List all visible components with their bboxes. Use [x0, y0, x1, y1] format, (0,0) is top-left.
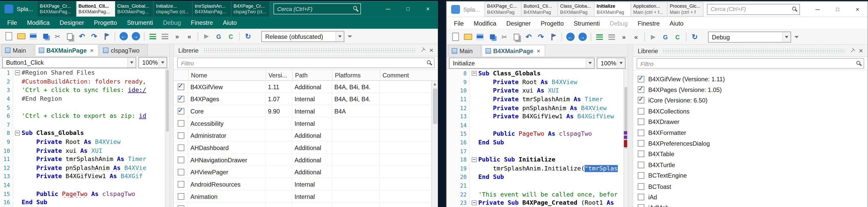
library-checkbox[interactable]	[638, 108, 644, 115]
menu-item[interactable]: Designer	[501, 17, 536, 29]
library-checkbox[interactable]	[638, 204, 644, 207]
bookmark-tab[interactable]: Class_Global... B4XMainPag...	[115, 1, 154, 17]
document-tab[interactable]: B4XMainPage ×	[35, 44, 98, 56]
toolbar-overflow-icon[interactable]	[791, 31, 802, 42]
toolbar-overflow-icon[interactable]	[344, 31, 355, 42]
redo-icon[interactable]	[535, 31, 546, 42]
fold-icon[interactable]	[472, 157, 476, 162]
nav-back-icon[interactable]	[565, 31, 576, 42]
library-checkbox[interactable]	[638, 119, 644, 125]
library-item[interactable]: B4XFormatter	[638, 127, 867, 138]
library-item[interactable]: B4XCollections	[638, 106, 867, 117]
library-item[interactable]: BCToast	[638, 181, 867, 192]
menu-item[interactable]: File	[2, 17, 22, 29]
filter-input[interactable]	[637, 58, 864, 68]
drag-grip[interactable]	[662, 49, 845, 53]
goto-sub-icon[interactable]	[660, 31, 671, 42]
undo-icon[interactable]	[76, 31, 87, 42]
close-panel-icon[interactable]: ×	[429, 47, 433, 54]
column-header[interactable]: Comment	[380, 70, 438, 80]
code-editor[interactable]: 1 #Region Shared Files 2 #CustomBuildAct…	[0, 69, 169, 207]
rebuild-icon[interactable]	[689, 31, 700, 42]
column-header[interactable]: Path	[293, 70, 333, 80]
bookmark-icon[interactable]	[548, 31, 558, 42]
cut-icon[interactable]	[499, 31, 510, 42]
library-row[interactable]: AHViewPager Additional	[174, 166, 431, 178]
close-button[interactable]: ×	[418, 1, 438, 17]
column-header[interactable]: Platforms	[333, 70, 380, 80]
cut-icon[interactable]	[52, 31, 63, 42]
column-header[interactable]: Nome	[189, 70, 266, 80]
library-checkbox[interactable]	[177, 156, 184, 163]
search-input[interactable]	[707, 4, 800, 15]
menu-item[interactable]: Designer	[55, 17, 89, 29]
library-checkbox[interactable]	[638, 161, 644, 168]
bookmark-tab[interactable]: Button1_Cli... B4XMainPag	[521, 2, 557, 17]
pin-icon[interactable]: ⊤	[848, 47, 856, 54]
scrollbar-thumb[interactable]	[624, 87, 627, 149]
menu-item[interactable]: Modifica	[22, 17, 55, 29]
members-icon[interactable]	[225, 31, 236, 42]
bookmark-tab[interactable]: tmrSplashAn... B4XMainPag...	[192, 1, 231, 17]
bookmark-tab[interactable]: B4XPage_Cr... clspagTwo (ct...	[231, 1, 270, 17]
editor-scrollbar[interactable]	[165, 69, 169, 207]
maximize-button[interactable]: □	[398, 1, 418, 17]
menu-item[interactable]: Progetto	[536, 17, 569, 29]
new-file-icon[interactable]	[450, 31, 461, 42]
library-checkbox[interactable]	[177, 169, 184, 175]
maximize-button[interactable]: □	[828, 2, 847, 17]
menu-item[interactable]: Progetto	[89, 17, 122, 29]
close-button[interactable]: ×	[847, 2, 867, 17]
nav-forward-icon[interactable]	[577, 31, 588, 42]
menu-item[interactable]: Aiuto	[664, 17, 688, 29]
filter-input[interactable]	[177, 58, 435, 68]
menu-item[interactable]: Aiuto	[218, 17, 242, 29]
scroll-up-icon[interactable]: ▲	[433, 81, 437, 87]
library-row[interactable]: B4XGifView 1.11 Additional B4A, B4i, B4.	[174, 81, 431, 93]
library-checkbox[interactable]	[177, 96, 184, 102]
open-folder-icon[interactable]	[16, 31, 27, 42]
library-item[interactable]: iCore (Versione: 6.50)	[638, 95, 867, 106]
library-checkbox[interactable]	[638, 151, 644, 157]
library-item[interactable]: B4XPages (Versione: 1.05)	[638, 84, 867, 95]
close-panel-icon[interactable]: ×	[859, 47, 863, 54]
save-icon[interactable]	[28, 31, 39, 42]
library-row[interactable]: B4XPages 1.07 Internal B4A, B4i, B4.	[174, 93, 431, 105]
outdent-icon[interactable]	[630, 31, 642, 42]
menu-item[interactable]: Debug	[158, 17, 186, 29]
column-header[interactable]: Versi...	[266, 70, 293, 80]
library-checkbox[interactable]	[638, 129, 644, 136]
zoom-combo[interactable]: 100%	[138, 57, 167, 68]
library-checkbox[interactable]	[177, 108, 184, 114]
scrollbar-thumb[interactable]	[433, 89, 437, 124]
run-icon[interactable]	[201, 31, 212, 42]
fold-icon[interactable]	[472, 200, 476, 205]
goto-sub-icon[interactable]	[213, 31, 224, 42]
library-item[interactable]: iAdMob	[638, 202, 867, 207]
indent-icon[interactable]	[172, 31, 183, 42]
comment-icon[interactable]	[594, 31, 605, 42]
library-row[interactable]: Accessibility Internal	[174, 117, 431, 129]
library-row[interactable]	[174, 203, 431, 207]
bookmark-tab[interactable]: Initialize B4XMainPag	[594, 2, 630, 17]
bookmark-tab[interactable]: Class_Globa... B4XMainPag	[557, 2, 594, 17]
pin-icon[interactable]: ⊤	[418, 47, 426, 54]
library-row[interactable]: AHNavigationDrawer Additional	[174, 154, 431, 166]
bookmark-tab[interactable]: Initialize... clspagTwo (ct...	[154, 1, 193, 17]
library-checkbox[interactable]	[177, 205, 184, 207]
fold-icon[interactable]	[15, 70, 20, 76]
library-row[interactable]: Core 9.90 Internal B4A	[174, 105, 431, 118]
copy-icon[interactable]	[511, 31, 522, 42]
library-item[interactable]: B4XTurtle	[638, 159, 867, 170]
run-icon[interactable]	[648, 31, 659, 42]
menu-item[interactable]: Strumenti	[569, 17, 605, 29]
bookmark-icon[interactable]	[101, 31, 112, 42]
save-icon[interactable]	[474, 31, 485, 42]
menu-item[interactable]: Debug	[605, 17, 632, 29]
nav-back-icon[interactable]	[118, 31, 129, 42]
library-item[interactable]: B4XDrawer	[638, 117, 867, 127]
save-all-icon[interactable]	[487, 31, 498, 42]
menu-item[interactable]: Finestre	[186, 17, 218, 29]
scrollbar-thumb[interactable]	[166, 70, 169, 132]
library-checkbox[interactable]	[638, 172, 644, 179]
